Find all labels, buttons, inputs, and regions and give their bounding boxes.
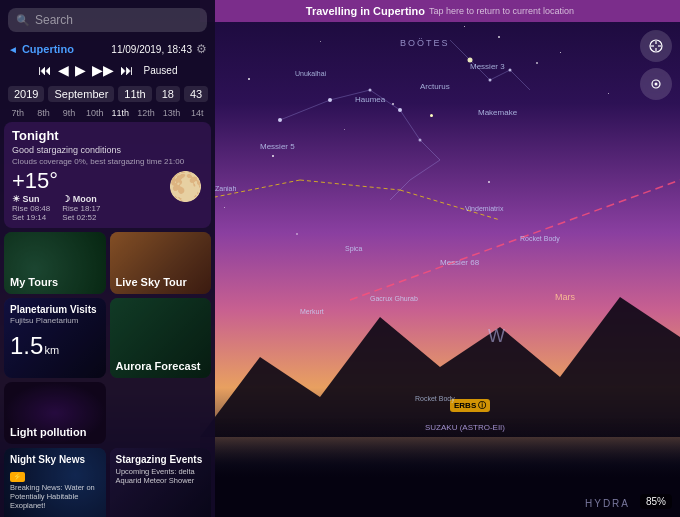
unakalhai-label: Unukalhai (295, 70, 326, 77)
moon-phase-icon: 🌕 (168, 170, 203, 203)
next-button[interactable]: ▶▶ (92, 62, 114, 78)
news-badge: ⚡ (10, 472, 25, 482)
banner-subtitle: Tap here to return to current location (429, 6, 574, 16)
moon-rise: Rise 18:17 (62, 204, 100, 213)
stargazing-events-card[interactable]: Stargazing Events Upcoming Events: delta… (110, 448, 212, 517)
zaniah-label: Zaniah (215, 185, 236, 192)
time-tick-10[interactable]: 10th (83, 108, 107, 118)
sun-set: Set 19:14 (12, 213, 50, 222)
day-control[interactable]: 11th (118, 86, 151, 102)
play-button[interactable]: ▶ (75, 62, 86, 78)
planetarium-distance: 1.5km (10, 334, 59, 358)
next-skip-button[interactable]: ⏭ (120, 62, 134, 78)
suzaku-label: SUZAKU (ASTRO-EII) (425, 423, 505, 432)
my-tours-label: My Tours (10, 276, 100, 288)
time-tick-14[interactable]: 14t (185, 108, 209, 118)
light-pollution-card[interactable]: Light pollution (4, 382, 106, 444)
clouds-info: Clouds coverage 0%, best stargazing time… (12, 157, 203, 166)
year-control[interactable]: 2019 (8, 86, 44, 102)
live-sky-label: Live Sky Tour (116, 276, 206, 288)
search-bar[interactable]: 🔍 (8, 8, 207, 32)
svg-line-22 (350, 180, 680, 300)
messier3-label: Messier 3 (470, 62, 505, 71)
time-tick-8[interactable]: 8th (32, 108, 56, 118)
banner-title: Travelling in Cupertino (306, 5, 425, 17)
location-row: ◄ Cupertino 11/09/2019, 18:43 ⚙ (0, 40, 215, 58)
minute-control[interactable]: 43 (184, 86, 208, 102)
spica-label: Spica (345, 245, 363, 252)
search-input[interactable] (35, 13, 199, 27)
makemake-label: Makemake (478, 108, 517, 117)
rocket-body-2: Rocket Body (415, 395, 455, 402)
lock-button[interactable] (640, 68, 672, 100)
sun-label: ☀ Sun (12, 194, 50, 204)
my-tours-card[interactable]: My Tours (4, 232, 106, 294)
w-label: W (488, 326, 505, 347)
location-name[interactable]: Cupertino (22, 43, 107, 55)
prev-button[interactable]: ◀ (58, 62, 69, 78)
sun-rise: Rise 08:48 (12, 204, 50, 213)
date-controls: 2019 September 11th 18 43 (0, 84, 215, 106)
tonight-title: Tonight (12, 128, 203, 143)
playback-controls: ⏮ ◀ ▶ ▶▶ ⏭ Paused (0, 60, 215, 80)
sidebar: 🔍 ◄ Cupertino 11/09/2019, 18:43 ⚙ ⏮ ◀ ▶ … (0, 0, 215, 517)
arcturus-label: Arcturus (420, 82, 450, 91)
planetarium-sublabel: Planetarium Visits Fujitsu Planetarium (10, 304, 100, 325)
svg-point-30 (655, 83, 658, 86)
cards-grid: My Tours Live Sky Tour Planetarium Visit… (4, 232, 211, 517)
night-sky-news-card[interactable]: Night Sky News ⚡ Breaking News: Water on… (4, 448, 106, 517)
settings-icon[interactable]: ⚙ (196, 42, 207, 56)
sky-controls (640, 30, 672, 100)
zoom-indicator: 85% (640, 494, 672, 509)
time-tick-12[interactable]: 12th (134, 108, 158, 118)
erbs-badge: ERBS ⓘ (450, 399, 490, 412)
live-sky-tour-card[interactable]: Live Sky Tour (110, 232, 212, 294)
time-tick-13[interactable]: 13th (160, 108, 184, 118)
datetime-display: 11/09/2019, 18:43 (111, 44, 192, 55)
rocket-body-1: Rocket Body (520, 235, 560, 242)
stargazing-sublabel: Upcoming Events: delta Aquarid Meteor Sh… (116, 467, 206, 485)
aurora-forecast-card[interactable]: Aurora Forecast (110, 298, 212, 378)
bootes-label: BOÖTES (400, 38, 450, 48)
planetarium-visits-card[interactable]: Planetarium Visits Fujitsu Planetarium 1… (4, 298, 106, 378)
time-tick-9[interactable]: 9th (57, 108, 81, 118)
messier68-label: Messier 68 (440, 258, 479, 267)
haumea-label: Haumea (355, 95, 385, 104)
moon-label: ☽ Moon (62, 194, 100, 204)
night-news-title: Night Sky News (10, 454, 100, 465)
temperature-display: +15° (12, 170, 101, 192)
messier5-label: Messier 5 (260, 142, 295, 151)
hydra-label: HYDRA (585, 498, 630, 509)
night-news-sublabel: Breaking News: Water on Potentially Habi… (10, 483, 100, 510)
hour-control[interactable]: 18 (156, 86, 180, 102)
time-bar: 7th 8th 9th 10th 11th 12th 13th 14t (0, 106, 215, 122)
compass-button[interactable] (640, 30, 672, 62)
travel-banner[interactable]: Travelling in Cupertino Tap here to retu… (200, 0, 680, 22)
tonight-card[interactable]: Tonight Good stargazing conditions Cloud… (4, 122, 211, 228)
search-icon: 🔍 (16, 14, 30, 27)
prev-skip-button[interactable]: ⏮ (38, 62, 52, 78)
moon-set: Set 02:52 (62, 213, 100, 222)
stargazing-status: Good stargazing conditions (12, 145, 203, 155)
month-control[interactable]: September (48, 86, 114, 102)
time-tick-11[interactable]: 11th (109, 108, 133, 118)
stargazing-title: Stargazing Events (116, 454, 206, 465)
vindemiatrix-label: Vindemiatrix (465, 205, 503, 212)
aurora-label: Aurora Forecast (116, 360, 206, 372)
light-pollution-label: Light pollution (10, 426, 100, 438)
location-arrow-icon: ◄ (8, 44, 18, 55)
time-tick-7[interactable]: 7th (6, 108, 30, 118)
paused-label: Paused (144, 65, 178, 76)
gacrux-label: Gacrux Ghurab (370, 295, 418, 302)
mars-label: Mars (555, 292, 575, 302)
mercury-label: Merkurt (300, 308, 324, 315)
